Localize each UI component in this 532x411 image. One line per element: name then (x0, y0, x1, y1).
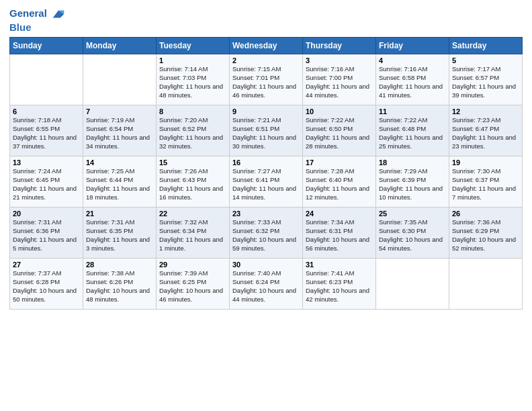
calendar-cell: 29Sunrise: 7:39 AM Sunset: 6:25 PM Dayli… (157, 259, 230, 310)
day-number: 19 (452, 158, 519, 167)
day-number: 5 (452, 56, 519, 64)
cell-text: Sunrise: 7:36 AM Sunset: 6:29 PM Dayligh… (452, 218, 519, 253)
calendar-cell: 2Sunrise: 7:15 AM Sunset: 7:01 PM Daylig… (230, 54, 303, 105)
day-number: 9 (232, 107, 300, 116)
cell-text: Sunrise: 7:31 AM Sunset: 6:35 PM Dayligh… (86, 218, 153, 253)
day-number: 29 (159, 261, 226, 269)
cell-text: Sunrise: 7:17 AM Sunset: 6:57 PM Dayligh… (452, 65, 519, 99)
calendar-cell (83, 54, 157, 105)
logo-icon (51, 7, 66, 21)
weekday-header: Friday (376, 38, 449, 54)
day-number: 11 (379, 107, 446, 116)
day-number: 28 (86, 261, 153, 269)
cell-text: Sunrise: 7:32 AM Sunset: 6:34 PM Dayligh… (159, 218, 226, 253)
cell-text: Sunrise: 7:16 AM Sunset: 6:58 PM Dayligh… (379, 65, 446, 99)
day-number: 21 (86, 210, 153, 218)
day-number: 6 (13, 107, 80, 116)
calendar-cell: 21Sunrise: 7:31 AM Sunset: 6:35 PM Dayli… (83, 208, 157, 259)
day-number: 1 (159, 56, 226, 64)
calendar-cell: 20Sunrise: 7:31 AM Sunset: 6:36 PM Dayli… (10, 208, 83, 259)
day-number: 26 (452, 210, 519, 218)
cell-text: Sunrise: 7:21 AM Sunset: 6:51 PM Dayligh… (232, 116, 300, 150)
calendar-cell: 8Sunrise: 7:20 AM Sunset: 6:52 PM Daylig… (157, 105, 230, 156)
cell-text: Sunrise: 7:22 AM Sunset: 6:48 PM Dayligh… (379, 116, 446, 150)
calendar-cell: 6Sunrise: 7:18 AM Sunset: 6:55 PM Daylig… (10, 105, 83, 156)
calendar-cell: 4Sunrise: 7:16 AM Sunset: 6:58 PM Daylig… (376, 54, 449, 105)
weekday-header: Sunday (10, 38, 83, 54)
cell-text: Sunrise: 7:14 AM Sunset: 7:03 PM Dayligh… (159, 65, 226, 99)
day-number: 17 (306, 158, 373, 167)
page: General Blue SundayMondayTuesdayWednesda… (0, 0, 532, 411)
day-number: 31 (306, 261, 373, 269)
calendar-cell: 10Sunrise: 7:22 AM Sunset: 6:50 PM Dayli… (303, 105, 376, 156)
day-number: 24 (306, 210, 373, 218)
day-number: 2 (232, 56, 300, 64)
cell-text: Sunrise: 7:31 AM Sunset: 6:36 PM Dayligh… (13, 218, 80, 253)
cell-text: Sunrise: 7:22 AM Sunset: 6:50 PM Dayligh… (306, 116, 373, 150)
calendar-cell: 22Sunrise: 7:32 AM Sunset: 6:34 PM Dayli… (157, 208, 230, 259)
cell-text: Sunrise: 7:37 AM Sunset: 6:28 PM Dayligh… (13, 269, 80, 304)
calendar-cell: 30Sunrise: 7:40 AM Sunset: 6:24 PM Dayli… (230, 259, 303, 310)
calendar-cell: 25Sunrise: 7:35 AM Sunset: 6:30 PM Dayli… (376, 208, 449, 259)
day-number: 4 (379, 56, 446, 64)
cell-text: Sunrise: 7:38 AM Sunset: 6:26 PM Dayligh… (86, 269, 153, 304)
calendar-cell: 3Sunrise: 7:16 AM Sunset: 7:00 PM Daylig… (303, 54, 376, 105)
weekday-header: Tuesday (157, 38, 230, 54)
logo: General Blue (9, 7, 66, 33)
calendar-cell: 9Sunrise: 7:21 AM Sunset: 6:51 PM Daylig… (230, 105, 303, 156)
calendar-table: SundayMondayTuesdayWednesdayThursdayFrid… (9, 37, 523, 310)
day-number: 13 (13, 158, 80, 167)
header: General Blue (9, 7, 523, 33)
cell-text: Sunrise: 7:39 AM Sunset: 6:25 PM Dayligh… (159, 269, 226, 304)
calendar-cell: 31Sunrise: 7:41 AM Sunset: 6:23 PM Dayli… (303, 259, 376, 310)
weekday-header: Thursday (303, 38, 376, 54)
cell-text: Sunrise: 7:35 AM Sunset: 6:30 PM Dayligh… (379, 218, 446, 253)
calendar-cell: 14Sunrise: 7:25 AM Sunset: 6:44 PM Dayli… (83, 156, 157, 208)
cell-text: Sunrise: 7:26 AM Sunset: 6:43 PM Dayligh… (159, 167, 226, 201)
calendar-cell: 7Sunrise: 7:19 AM Sunset: 6:54 PM Daylig… (83, 105, 157, 156)
day-number: 20 (13, 210, 80, 218)
day-number: 12 (452, 107, 519, 116)
weekday-header: Wednesday (230, 38, 303, 54)
cell-text: Sunrise: 7:30 AM Sunset: 6:37 PM Dayligh… (452, 167, 519, 201)
calendar-cell: 17Sunrise: 7:28 AM Sunset: 6:40 PM Dayli… (303, 156, 376, 208)
calendar-cell: 15Sunrise: 7:26 AM Sunset: 6:43 PM Dayli… (157, 156, 230, 208)
cell-text: Sunrise: 7:15 AM Sunset: 7:01 PM Dayligh… (232, 65, 300, 99)
weekday-header: Saturday (449, 38, 523, 54)
calendar-cell: 24Sunrise: 7:34 AM Sunset: 6:31 PM Dayli… (303, 208, 376, 259)
cell-text: Sunrise: 7:28 AM Sunset: 6:40 PM Dayligh… (306, 167, 373, 201)
cell-text: Sunrise: 7:19 AM Sunset: 6:54 PM Dayligh… (86, 116, 153, 150)
day-number: 8 (159, 107, 226, 116)
calendar-cell: 23Sunrise: 7:33 AM Sunset: 6:32 PM Dayli… (230, 208, 303, 259)
calendar-cell (10, 54, 83, 105)
day-number: 10 (306, 107, 373, 116)
calendar-cell: 11Sunrise: 7:22 AM Sunset: 6:48 PM Dayli… (376, 105, 449, 156)
cell-text: Sunrise: 7:27 AM Sunset: 6:41 PM Dayligh… (232, 167, 300, 201)
calendar-cell (449, 259, 523, 310)
day-number: 30 (232, 261, 300, 269)
calendar-cell: 16Sunrise: 7:27 AM Sunset: 6:41 PM Dayli… (230, 156, 303, 208)
day-number: 14 (86, 158, 153, 167)
calendar-cell: 13Sunrise: 7:24 AM Sunset: 6:45 PM Dayli… (10, 156, 83, 208)
calendar-cell: 12Sunrise: 7:23 AM Sunset: 6:47 PM Dayli… (449, 105, 523, 156)
calendar-cell (376, 259, 449, 310)
calendar-cell: 27Sunrise: 7:37 AM Sunset: 6:28 PM Dayli… (10, 259, 83, 310)
day-number: 16 (232, 158, 300, 167)
calendar-cell: 18Sunrise: 7:29 AM Sunset: 6:39 PM Dayli… (376, 156, 449, 208)
day-number: 18 (379, 158, 446, 167)
logo-text: General (9, 7, 66, 21)
cell-text: Sunrise: 7:25 AM Sunset: 6:44 PM Dayligh… (86, 167, 153, 201)
cell-text: Sunrise: 7:24 AM Sunset: 6:45 PM Dayligh… (13, 167, 80, 201)
cell-text: Sunrise: 7:34 AM Sunset: 6:31 PM Dayligh… (306, 218, 373, 253)
cell-text: Sunrise: 7:16 AM Sunset: 7:00 PM Dayligh… (306, 65, 373, 99)
cell-text: Sunrise: 7:23 AM Sunset: 6:47 PM Dayligh… (452, 116, 519, 150)
day-number: 27 (13, 261, 80, 269)
cell-text: Sunrise: 7:40 AM Sunset: 6:24 PM Dayligh… (232, 269, 300, 304)
logo-blue: Blue (9, 21, 66, 33)
calendar-cell: 26Sunrise: 7:36 AM Sunset: 6:29 PM Dayli… (449, 208, 523, 259)
day-number: 25 (379, 210, 446, 218)
calendar-cell: 5Sunrise: 7:17 AM Sunset: 6:57 PM Daylig… (449, 54, 523, 105)
day-number: 7 (86, 107, 153, 116)
cell-text: Sunrise: 7:33 AM Sunset: 6:32 PM Dayligh… (232, 218, 300, 253)
cell-text: Sunrise: 7:20 AM Sunset: 6:52 PM Dayligh… (159, 116, 226, 150)
